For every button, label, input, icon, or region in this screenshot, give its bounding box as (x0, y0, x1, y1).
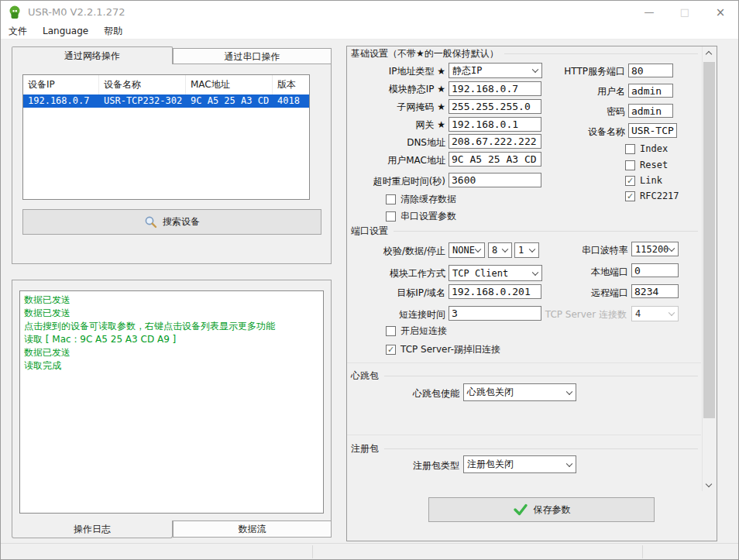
chevron-down-icon (669, 310, 675, 316)
menu-file[interactable]: 文件 (1, 23, 35, 40)
reset-checkbox[interactable]: Reset (625, 160, 668, 170)
device-name-field[interactable] (628, 123, 677, 138)
scrollbar-thumb[interactable] (703, 62, 715, 418)
work-mode-select[interactable]: TCP Client (449, 265, 542, 281)
rfc2217-checkbox[interactable]: ✓ RFC2217 (625, 191, 679, 201)
short-conn-checkbox[interactable]: 开启短连接 (386, 325, 447, 338)
dns-field[interactable] (449, 134, 541, 149)
databits-select[interactable]: 8 (488, 242, 512, 258)
heartbeat-enable-label: 心跳包使能 (373, 387, 459, 400)
title-bar: USR-M0 V2.2.1.272 — □ × (1, 1, 738, 23)
settings-scrollbar[interactable] (702, 46, 715, 491)
heartbeat-enable-select[interactable]: 心跳包关闭 (463, 383, 576, 401)
chevron-down-icon (566, 460, 572, 466)
log-line: 数据已发送 (24, 307, 319, 320)
max-conn-label: TCP Server 连接数 (517, 308, 627, 321)
section-base-title: 基础设置（不带★的一般保持默认） (351, 47, 499, 60)
gateway-field[interactable] (449, 117, 541, 132)
kick-old-conn-checkbox[interactable]: ✓ TCP Server-踢掉旧连接 (386, 343, 500, 356)
chevron-down-icon (669, 245, 675, 251)
col-version[interactable]: 版本 (273, 75, 309, 94)
operation-log[interactable]: 数据已发送 数据已发送 点击搜到的设备可读取参数，右键点击设备列表显示更多功能 … (19, 290, 324, 514)
link-checkbox[interactable]: ✓ Link (625, 175, 662, 186)
log-line: 读取完成 (24, 359, 319, 373)
reset-label: Reset (640, 160, 668, 170)
minimize-button[interactable]: — (631, 1, 667, 23)
short-conn-label: 开启短连接 (400, 325, 447, 338)
index-checkbox[interactable]: Index (625, 143, 668, 154)
checkbox-icon (386, 194, 396, 204)
checkbox-icon (625, 160, 635, 170)
register-type-select[interactable]: 注册包关闭 (463, 455, 576, 473)
checkbox-icon (625, 144, 635, 154)
remote-port-field[interactable] (631, 284, 679, 298)
chevron-down-icon (475, 246, 481, 253)
section-divider (347, 362, 701, 363)
section-register: 注册包 (351, 442, 698, 455)
maximize-button[interactable]: □ (667, 1, 703, 23)
menu-bar: 文件 Language 帮助 (1, 23, 738, 40)
col-mac-address[interactable]: MAC地址 (186, 75, 273, 94)
ip-type-select[interactable]: 静态IP (449, 63, 542, 78)
username-label: 用户名 (540, 85, 625, 98)
device-row-selected[interactable]: 192.168.0.7 USR-TCP232-302 9C A5 25 A3 C… (23, 94, 309, 108)
tab-operation-log[interactable]: 操作日志 (12, 520, 173, 538)
max-conn-select[interactable]: 4 (631, 306, 679, 321)
rfc2217-label: RFC2217 (640, 191, 679, 201)
section-heartbeat: 心跳包 (351, 369, 698, 383)
tab-data-stream[interactable]: 数据流 (173, 520, 332, 538)
parity-select[interactable]: NONE (449, 242, 485, 258)
remote-port-label: 远程端口 (543, 287, 628, 300)
chevron-down-icon (529, 246, 535, 253)
subnet-mask-field[interactable] (449, 99, 541, 114)
static-ip-field[interactable] (449, 81, 541, 96)
section-base-settings: 基础设置（不带★的一般保持默认） (351, 47, 698, 60)
local-port-field[interactable] (631, 263, 679, 277)
col-device-name[interactable]: 设备名称 (99, 75, 186, 94)
checkbox-checked-icon: ✓ (625, 176, 635, 186)
device-mac: 9C A5 25 A3 CD A9 (186, 94, 273, 108)
link-label: Link (640, 175, 662, 186)
search-icon (144, 215, 157, 228)
search-device-button[interactable]: 搜索设备 (22, 209, 321, 235)
scroll-down-icon[interactable] (703, 479, 715, 491)
clear-cache-checkbox[interactable]: 清除缓存数据 (386, 193, 456, 206)
col-device-ip[interactable]: 设备IP (23, 75, 99, 94)
target-ip-label: 目标IP/域名 (329, 287, 445, 300)
parity-data-stop-label: 校验/数据/停止 (329, 245, 445, 258)
username-field[interactable] (628, 84, 673, 98)
checkbox-icon (386, 326, 396, 336)
stopbits-select[interactable]: 1 (514, 242, 539, 258)
subnet-mask-label: 子网掩码 ★ (329, 101, 445, 114)
tab-network-operation[interactable]: 通过网络操作 (12, 46, 173, 64)
search-device-label: 搜索设备 (163, 215, 200, 228)
checkbox-checked-icon: ✓ (386, 345, 396, 355)
user-mac-field[interactable] (449, 152, 541, 167)
static-ip-label: 模块静态IP ★ (329, 83, 445, 96)
menu-help[interactable]: 帮助 (96, 23, 130, 40)
local-port-label: 本地端口 (543, 266, 628, 279)
save-params-button[interactable]: 保存参数 (428, 497, 655, 522)
http-port-field[interactable] (628, 64, 673, 77)
user-mac-label: 用户MAC地址 (329, 154, 445, 167)
chevron-down-icon (502, 246, 508, 253)
tab-serial-operation[interactable]: 通过串口操作 (173, 48, 332, 65)
section-register-title: 注册包 (351, 442, 379, 455)
baud-rate-label: 串口波特率 (543, 244, 628, 257)
ip-type-label: IP地址类型 ★ (329, 65, 445, 78)
baud-rate-select[interactable]: 115200 (631, 242, 679, 256)
window-title: USR-M0 V2.2.1.272 (28, 6, 125, 18)
serial-params-label: 串口设置参数 (400, 210, 456, 223)
close-button[interactable]: × (703, 1, 738, 23)
app-icon (8, 5, 22, 19)
serial-params-checkbox[interactable]: 串口设置参数 (386, 210, 456, 223)
app-window: USR-M0 V2.2.1.272 — □ × 文件 Language 帮助 通… (0, 0, 739, 560)
scroll-up-icon[interactable] (703, 46, 715, 59)
status-divider (312, 545, 313, 558)
checkbox-icon (386, 211, 396, 222)
timeout-restart-field[interactable] (449, 173, 541, 187)
password-field[interactable] (628, 104, 673, 118)
log-line: 数据已发送 (24, 346, 319, 359)
target-ip-field[interactable] (449, 284, 541, 299)
menu-language[interactable]: Language (35, 23, 96, 40)
